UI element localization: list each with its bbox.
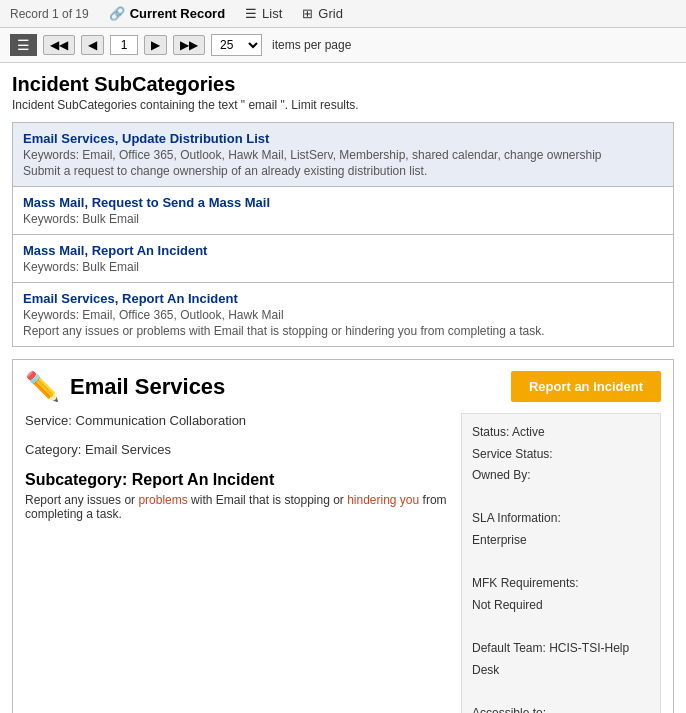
service-field: Service: Communication Collaboration (25, 413, 451, 428)
mfk-label: MFK Requirements: (472, 573, 650, 595)
list-item-keywords: Keywords: Bulk Email (23, 260, 663, 274)
subcategory-desc: Report any issues or problems with Email… (25, 493, 451, 521)
subcategory-field: Subcategory: Report An Incident Report a… (25, 471, 451, 521)
list-item-desc: Submit a request to change ownership of … (23, 164, 663, 178)
service-status-label: Service Status: (472, 444, 650, 466)
sla-value: Enterprise (472, 530, 650, 552)
mfk-value: Not Required (472, 595, 650, 617)
top-navigation: Record 1 of 19 🔗 Current Record ☰ List ⊞… (0, 0, 686, 28)
detail-content: Service: Communication Collaboration Cat… (25, 413, 661, 713)
prev-page-button[interactable]: ◀ (81, 35, 104, 55)
list-icon: ☰ (245, 6, 257, 21)
list-item-title: Email Services, Update Distribution List (23, 131, 663, 146)
current-record-nav[interactable]: 🔗 Current Record (109, 6, 225, 21)
service-section: ✏️ Email Services Report an Incident Ser… (12, 359, 674, 713)
service-label: Service: Communication Collaboration (25, 413, 246, 428)
next-page-button[interactable]: ▶ (144, 35, 167, 55)
hamburger-button[interactable]: ☰ (10, 34, 37, 56)
subcategory-desc-link1[interactable]: problems (138, 493, 187, 507)
list-item-desc: Report any issues or problems with Email… (23, 324, 663, 338)
first-page-button[interactable]: ◀◀ (43, 35, 75, 55)
list-item-title: Email Services, Report An Incident (23, 291, 663, 306)
subcategory-desc-link2[interactable]: hindering you (347, 493, 419, 507)
list-label: List (262, 6, 282, 21)
incident-list: Email Services, Update Distribution List… (12, 122, 674, 347)
category-label: Category: Email Services (25, 442, 171, 457)
pagination-bar: ☰ ◀◀ ◀ 1 ▶ ▶▶ 10 25 50 100 items per pag… (0, 28, 686, 63)
sla-label: SLA Information: (472, 508, 650, 530)
detail-main: Service: Communication Collaboration Cat… (25, 413, 451, 713)
items-per-page-label: items per page (272, 38, 351, 52)
list-item[interactable]: Email Services, Update Distribution List… (13, 123, 673, 187)
service-title-area: ✏️ Email Services (25, 370, 225, 403)
page-title: Incident SubCategories (12, 73, 674, 96)
per-page-select[interactable]: 10 25 50 100 (211, 34, 262, 56)
list-item[interactable]: Mass Mail, Report An Incident Keywords: … (13, 235, 673, 283)
record-info: Record 1 of 19 (10, 7, 89, 21)
service-title: Email Services (70, 374, 225, 400)
owned-by-label: Owned By: (472, 465, 650, 487)
service-icon: ✏️ (25, 370, 60, 403)
grid-nav[interactable]: ⊞ Grid (302, 6, 343, 21)
list-item[interactable]: Email Services, Report An Incident Keywo… (13, 283, 673, 346)
grid-icon: ⊞ (302, 6, 313, 21)
accessible-label: Accessible to: (472, 703, 650, 713)
list-item-keywords: Keywords: Email, Office 365, Outlook, Ha… (23, 148, 663, 162)
list-item[interactable]: Mass Mail, Request to Send a Mass Mail K… (13, 187, 673, 235)
status-label: Status: Active (472, 422, 650, 444)
detail-sidebar: Status: Active Service Status: Owned By:… (461, 413, 661, 713)
subcategory-title: Subcategory: Report An Incident (25, 471, 451, 489)
list-item-keywords: Keywords: Bulk Email (23, 212, 663, 226)
category-field: Category: Email Services (25, 442, 451, 457)
report-incident-button[interactable]: Report an Incident (511, 371, 661, 402)
list-nav[interactable]: ☰ List (245, 6, 282, 21)
subcategory-desc-pre: Report any issues or (25, 493, 138, 507)
main-content: Incident SubCategories Incident SubCateg… (0, 63, 686, 713)
list-item-keywords: Keywords: Email, Office 365, Outlook, Ha… (23, 308, 663, 322)
current-record-icon: 🔗 (109, 6, 125, 21)
subcategory-desc-mid: with Email that is stopping or (188, 493, 347, 507)
service-header: ✏️ Email Services Report an Incident (25, 370, 661, 403)
last-page-button[interactable]: ▶▶ (173, 35, 205, 55)
default-team-label: Default Team: HCIS-TSI-Help Desk (472, 638, 650, 681)
list-item-title: Mass Mail, Report An Incident (23, 243, 663, 258)
current-record-label: Current Record (130, 6, 225, 21)
page-subtitle: Incident SubCategories containing the te… (12, 98, 674, 112)
list-item-title: Mass Mail, Request to Send a Mass Mail (23, 195, 663, 210)
current-page: 1 (110, 35, 138, 55)
grid-label: Grid (318, 6, 343, 21)
